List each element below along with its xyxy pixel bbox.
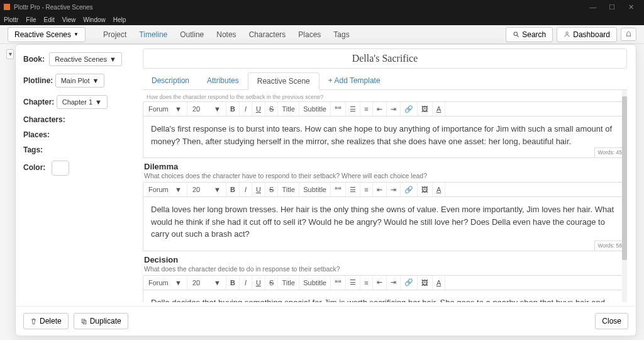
book-dropdown[interactable]: Reactive Scenes▼ [49, 52, 121, 66]
quote-button[interactable]: ““ [331, 276, 346, 290]
quote-button[interactable]: ““ [331, 102, 346, 116]
italic-button[interactable]: I [240, 183, 252, 196]
tab-outline[interactable]: Outline [180, 30, 204, 39]
caret-down-icon: ▼ [214, 186, 221, 193]
underline-button[interactable]: U [252, 276, 265, 290]
close-button[interactable]: Close [595, 313, 628, 329]
strike-button[interactable]: S [265, 102, 278, 116]
tab-timeline[interactable]: Timeline [139, 30, 167, 39]
italic-button[interactable]: I [240, 102, 252, 116]
search-button[interactable]: Search [506, 27, 553, 42]
duplicate-button[interactable]: Duplicate [74, 313, 128, 329]
font-select[interactable]: Forum▼ [143, 102, 187, 116]
tab-places[interactable]: Places [298, 30, 321, 39]
bullet-list-button[interactable]: ≡ [360, 276, 373, 290]
caret-down-icon: ▼ [175, 186, 182, 193]
bold-button[interactable]: B [226, 102, 240, 116]
numbered-list-button[interactable]: ☰ [346, 102, 360, 116]
caret-down-icon: ▼ [74, 31, 79, 37]
outdent-button[interactable]: ⇤ [373, 276, 387, 290]
main-area: ▾ ⋮ Book: Reactive Scenes▼ Plotline: Mai… [0, 44, 644, 340]
filter-button[interactable]: ▾ [6, 49, 14, 59]
bullet-list-button[interactable]: ≡ [360, 183, 373, 196]
outdent-button[interactable]: ⇤ [373, 183, 387, 196]
subtitle-button[interactable]: Subtitle [299, 102, 331, 116]
tab-attributes[interactable]: Attributes [198, 72, 248, 89]
title-button[interactable]: Title [278, 183, 299, 196]
indent-button[interactable]: ⇥ [387, 102, 401, 116]
plotline-dropdown[interactable]: Main Plot▼ [55, 74, 105, 88]
editor-body[interactable]: Della decides that buying something spec… [143, 290, 626, 303]
close-window-button[interactable]: ✕ [621, 3, 640, 11]
underline-button[interactable]: U [252, 102, 265, 116]
menu-edit[interactable]: Edit [43, 16, 54, 23]
indent-button[interactable]: ⇥ [387, 276, 401, 290]
menu-window[interactable]: Window [83, 16, 106, 23]
bullet-list-button[interactable]: ≡ [360, 102, 373, 116]
tab-add-template[interactable]: + Add Template [319, 72, 389, 89]
bold-button[interactable]: B [226, 183, 240, 196]
caret-down-icon: ▼ [109, 55, 116, 63]
tab-reactive-scene[interactable]: Reactive Scene [248, 72, 319, 90]
maximize-button[interactable]: ☐ [602, 3, 621, 11]
tab-description[interactable]: Description [143, 72, 198, 89]
strike-button[interactable]: S [265, 276, 278, 290]
link-button[interactable]: 🔗 [401, 276, 418, 290]
image-button[interactable]: 🖼 [418, 276, 433, 290]
underline-button[interactable]: U [252, 183, 265, 196]
scrollbar[interactable] [622, 90, 627, 302]
menu-file[interactable]: File [26, 16, 36, 23]
dashboard-button[interactable]: Dashboard [557, 27, 617, 42]
chapter-dropdown[interactable]: Chapter 1▼ [57, 95, 108, 109]
tab-project[interactable]: Project [103, 30, 126, 39]
numbered-list-button[interactable]: ☰ [346, 276, 360, 290]
image-button[interactable]: 🖼 [418, 183, 433, 196]
subtitle-button[interactable]: Subtitle [299, 276, 331, 290]
menu-help[interactable]: Help [113, 16, 126, 23]
tab-characters[interactable]: Characters [249, 30, 286, 39]
menu-plottr[interactable]: Plottr [4, 16, 18, 23]
book-label: Book: [23, 55, 45, 64]
numbered-list-button[interactable]: ☰ [346, 183, 360, 196]
text-color-button[interactable]: A [433, 102, 445, 116]
font-select[interactable]: Forum▼ [143, 183, 187, 196]
link-button[interactable]: 🔗 [401, 102, 418, 116]
link-button[interactable]: 🔗 [401, 183, 418, 196]
scroll-area[interactable]: How does the character respond to the se… [143, 90, 627, 302]
scrollbar-thumb[interactable] [622, 96, 627, 260]
word-count: Words: 45 [594, 147, 625, 158]
caret-down-icon: ▼ [92, 77, 99, 84]
image-button[interactable]: 🖼 [418, 102, 433, 116]
dashboard-icon [564, 31, 570, 38]
text-color-button[interactable]: A [433, 183, 445, 196]
tab-tags[interactable]: Tags [333, 30, 349, 39]
bold-button[interactable]: B [226, 276, 240, 290]
section-desc: What does the character decide to do in … [143, 264, 626, 275]
section-decision: Decision What does the character decide … [143, 255, 626, 303]
strike-button[interactable]: S [265, 183, 278, 196]
text-color-button[interactable]: A [433, 276, 445, 290]
italic-button[interactable]: I [240, 276, 252, 290]
caret-down-icon: ▼ [175, 279, 182, 286]
title-button[interactable]: Title [278, 102, 299, 116]
editor-body[interactable]: Della's first response is to burst into … [143, 116, 626, 158]
subtitle-button[interactable]: Subtitle [299, 183, 331, 196]
minimize-button[interactable]: — [584, 3, 602, 11]
book-mode-dropdown[interactable]: Reactive Scenes ▼ [8, 27, 86, 42]
outdent-button[interactable]: ⇤ [373, 102, 387, 116]
size-select[interactable]: 20▼ [187, 183, 226, 196]
font-select[interactable]: Forum▼ [143, 276, 187, 290]
scene-title-input[interactable]: Della's Sacrifice [143, 48, 627, 69]
quote-button[interactable]: ““ [331, 183, 346, 196]
notifications-button[interactable] [621, 28, 636, 41]
indent-button[interactable]: ⇥ [387, 183, 401, 196]
size-select[interactable]: 20▼ [187, 276, 226, 290]
editor-body[interactable]: Della loves her long brown tresses. Her … [143, 197, 626, 251]
menu-view[interactable]: View [62, 16, 76, 23]
size-select[interactable]: 20▼ [187, 102, 226, 116]
book-mode-label: Reactive Scenes [14, 30, 71, 39]
color-swatch[interactable] [52, 161, 69, 176]
title-button[interactable]: Title [278, 276, 299, 290]
tab-notes[interactable]: Notes [216, 30, 236, 39]
delete-button[interactable]: Delete [23, 313, 69, 329]
